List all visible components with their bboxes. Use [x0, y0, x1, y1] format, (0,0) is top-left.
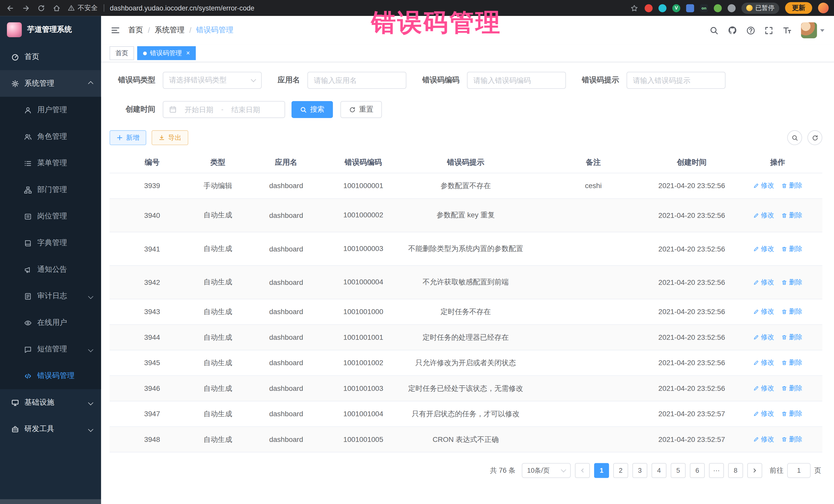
delete-button[interactable]: 删除: [781, 358, 803, 367]
sidebar-item-dept-management[interactable]: 部门管理: [0, 177, 101, 203]
error-code-type-select[interactable]: 请选择错误码类型: [163, 72, 262, 89]
cell-operations: 修改 删除: [733, 299, 822, 324]
fullscreen-icon[interactable]: [764, 26, 773, 35]
sidebar-item-label: 基础设施: [24, 398, 54, 407]
delete-button[interactable]: 删除: [781, 435, 803, 444]
delete-button[interactable]: 删除: [781, 181, 803, 190]
top-navbar: 首页 / 系统管理 / 错误码管理: [101, 16, 834, 45]
breadcrumb-home[interactable]: 首页: [128, 25, 143, 35]
refresh-icon[interactable]: [807, 130, 822, 145]
page-ellipsis-button[interactable]: ···: [709, 463, 724, 478]
extension-teal-icon[interactable]: [658, 4, 666, 12]
extension-green-v-icon[interactable]: V: [672, 4, 680, 12]
extension-paw-icon[interactable]: [727, 4, 736, 12]
delete-button[interactable]: 删除: [781, 384, 803, 393]
sidebar-item-sms-management[interactable]: 短信管理: [0, 336, 101, 363]
error-message-input[interactable]: [633, 76, 719, 84]
browser-home-icon[interactable]: [51, 3, 61, 13]
edit-button[interactable]: 修改: [753, 435, 774, 444]
page-button-1[interactable]: 1: [594, 463, 609, 478]
breadcrumb-system[interactable]: 系统管理: [155, 25, 184, 35]
sidebar-item-audit-log[interactable]: 审计日志: [0, 283, 101, 309]
error-code-icon: [23, 372, 32, 380]
delete-button[interactable]: 删除: [781, 211, 803, 220]
date-range-picker[interactable]: -: [163, 101, 285, 118]
sidebar-item-system-management[interactable]: 系统管理: [0, 70, 101, 97]
page-button-8[interactable]: 8: [728, 463, 743, 478]
edit-button[interactable]: 修改: [753, 278, 774, 287]
app-name-input[interactable]: [314, 76, 400, 84]
sidebar-item-dev-tools[interactable]: 研发工具: [0, 416, 101, 442]
sidebar-item-dict-management[interactable]: 字典管理: [0, 230, 101, 256]
tags-view-bar: 首页 错误码管理 ×: [101, 45, 834, 62]
tab-close-icon[interactable]: ×: [186, 50, 190, 57]
search-icon[interactable]: [709, 26, 719, 35]
sidebar-item-infrastructure[interactable]: 基础设施: [0, 389, 101, 416]
github-icon[interactable]: [727, 25, 737, 35]
sidebar-item-home[interactable]: 首页: [0, 44, 101, 70]
help-icon[interactable]: [746, 26, 755, 35]
sidebar-collapse-bar[interactable]: [0, 499, 101, 504]
tab-home[interactable]: 首页: [110, 46, 134, 60]
sidebar-item-announcement[interactable]: 通知公告: [0, 256, 101, 283]
start-date-input[interactable]: [180, 106, 218, 113]
font-size-icon[interactable]: [783, 25, 792, 35]
edit-button[interactable]: 修改: [753, 333, 774, 342]
edit-button[interactable]: 修改: [753, 211, 774, 220]
paused-badge[interactable]: 已暂停: [741, 2, 779, 14]
page-button-6[interactable]: 6: [690, 463, 705, 478]
page-button-5[interactable]: 5: [671, 463, 686, 478]
app-logo[interactable]: 芋道管理系统: [0, 16, 101, 44]
prev-page-button[interactable]: [575, 463, 590, 478]
tab-error-code-management[interactable]: 错误码管理 ×: [137, 46, 196, 60]
sidebar-item-online-users[interactable]: 在线用户: [0, 309, 101, 336]
delete-button[interactable]: 删除: [781, 278, 803, 287]
security-chip[interactable]: 不安全: [67, 3, 97, 12]
edit-button[interactable]: 修改: [753, 181, 774, 190]
error-code-input[interactable]: [474, 76, 560, 84]
sidebar-item-post-management[interactable]: 岗位管理: [0, 203, 101, 230]
edit-button[interactable]: 修改: [753, 384, 774, 393]
edit-button[interactable]: 修改: [753, 307, 774, 316]
sidebar-item-error-code-management[interactable]: 错误码管理: [0, 363, 101, 389]
address-bar[interactable]: dashboard.yudao.iocoder.cn/system/error-…: [110, 4, 254, 12]
sidebar-item-menu-management[interactable]: 菜单管理: [0, 150, 101, 177]
goto-page-input[interactable]: [787, 463, 811, 478]
delete-button[interactable]: 删除: [781, 244, 803, 253]
page-button-2[interactable]: 2: [613, 463, 628, 478]
sidebar-item-user-management[interactable]: 用户管理: [0, 97, 101, 124]
browser-forward-icon[interactable]: [21, 3, 30, 13]
user-avatar[interactable]: [801, 22, 824, 38]
cell-operations: 修改 删除: [733, 232, 822, 265]
add-button[interactable]: 新增: [110, 130, 146, 145]
delete-button[interactable]: 删除: [781, 333, 803, 342]
next-page-button[interactable]: [747, 463, 762, 478]
end-date-input[interactable]: [227, 106, 264, 113]
extension-leaf-icon[interactable]: [714, 4, 722, 12]
hamburger-icon[interactable]: [111, 25, 120, 35]
goto-suffix: 页: [814, 466, 821, 475]
delete-button[interactable]: 删除: [781, 409, 803, 418]
cell-message: 参数配置不存在: [395, 173, 536, 198]
edit-button[interactable]: 修改: [753, 358, 774, 367]
show-search-icon[interactable]: [787, 130, 802, 145]
browser-back-icon[interactable]: [5, 3, 15, 13]
page-button-4[interactable]: 4: [652, 463, 666, 478]
edit-button[interactable]: 修改: [753, 409, 774, 418]
reset-button[interactable]: 重置: [341, 101, 382, 118]
page-button-3[interactable]: 3: [632, 463, 647, 478]
page-size-select[interactable]: 10条/页: [522, 463, 571, 478]
extension-on-badge-icon[interactable]: on: [700, 4, 708, 12]
edit-button[interactable]: 修改: [753, 244, 774, 253]
extension-red-icon[interactable]: [644, 4, 653, 12]
export-button[interactable]: 导出: [152, 130, 188, 145]
bookmark-star-icon[interactable]: [629, 3, 639, 13]
browser-profile-avatar[interactable]: [818, 3, 829, 13]
sidebar-item-role-management[interactable]: 角色管理: [0, 124, 101, 150]
browser-reload-icon[interactable]: [36, 3, 46, 13]
browser-update-button[interactable]: 更新: [785, 2, 812, 14]
search-button[interactable]: 搜索: [291, 101, 333, 118]
extension-blue-grid-icon[interactable]: [686, 4, 694, 12]
column-header-id: 编号: [110, 153, 195, 173]
delete-button[interactable]: 删除: [781, 307, 803, 316]
